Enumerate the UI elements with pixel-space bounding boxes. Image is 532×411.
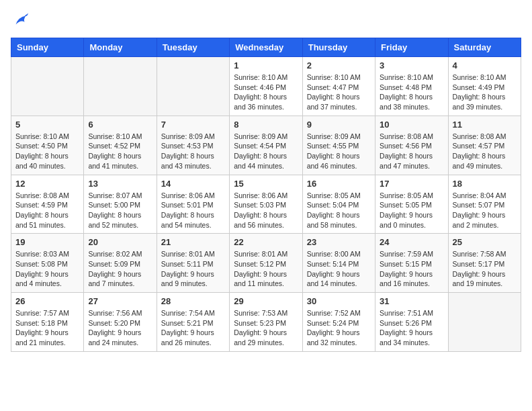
calendar-table: SundayMondayTuesdayWednesdayThursdayFrid… — [11, 38, 521, 352]
calendar-weekday: Thursday — [302, 38, 375, 57]
day-info: Sunrise: 8:10 AM Sunset: 4:52 PM Dayligh… — [88, 132, 152, 171]
day-info: Sunrise: 8:10 AM Sunset: 4:49 PM Dayligh… — [453, 73, 517, 112]
calendar-weekday: Saturday — [448, 38, 521, 57]
calendar-day-cell: 24Sunrise: 7:59 AM Sunset: 5:15 PM Dayli… — [375, 234, 448, 293]
day-info: Sunrise: 8:10 AM Sunset: 4:47 PM Dayligh… — [307, 73, 371, 112]
calendar-day-cell: 2Sunrise: 8:10 AM Sunset: 4:47 PM Daylig… — [302, 57, 375, 116]
calendar-day-cell: 20Sunrise: 8:02 AM Sunset: 5:09 PM Dayli… — [84, 234, 157, 293]
day-number: 4 — [453, 60, 517, 71]
calendar-weekday: Monday — [84, 38, 157, 57]
calendar-day-cell: 27Sunrise: 7:56 AM Sunset: 5:20 PM Dayli… — [84, 293, 157, 352]
day-number: 24 — [380, 237, 443, 247]
day-number: 20 — [88, 237, 152, 247]
calendar-body: 1Sunrise: 8:10 AM Sunset: 4:46 PM Daylig… — [11, 57, 521, 352]
day-info: Sunrise: 8:00 AM Sunset: 5:14 PM Dayligh… — [307, 249, 371, 289]
day-info: Sunrise: 7:59 AM Sunset: 5:15 PM Dayligh… — [380, 249, 443, 289]
calendar-day-cell: 28Sunrise: 7:54 AM Sunset: 5:21 PM Dayli… — [157, 293, 229, 352]
day-info: Sunrise: 7:56 AM Sunset: 5:20 PM Dayligh… — [88, 308, 152, 348]
calendar-day-cell: 9Sunrise: 8:09 AM Sunset: 4:55 PM Daylig… — [302, 116, 375, 175]
day-number: 11 — [453, 120, 517, 130]
day-number: 3 — [380, 60, 443, 71]
logo — [11, 11, 32, 30]
day-number: 29 — [234, 296, 298, 306]
page-header — [11, 11, 521, 30]
day-info: Sunrise: 8:02 AM Sunset: 5:09 PM Dayligh… — [88, 249, 152, 289]
day-info: Sunrise: 8:06 AM Sunset: 5:01 PM Dayligh… — [161, 191, 225, 230]
day-number: 1 — [234, 60, 298, 71]
day-number: 12 — [15, 179, 79, 189]
calendar-day-cell: 19Sunrise: 8:03 AM Sunset: 5:08 PM Dayli… — [11, 234, 84, 293]
day-number: 14 — [161, 179, 225, 189]
calendar-day-cell — [11, 57, 84, 116]
day-info: Sunrise: 8:10 AM Sunset: 4:48 PM Dayligh… — [380, 73, 443, 112]
calendar-day-cell: 22Sunrise: 8:01 AM Sunset: 5:12 PM Dayli… — [230, 234, 302, 293]
day-info: Sunrise: 8:07 AM Sunset: 5:00 PM Dayligh… — [88, 191, 152, 230]
day-info: Sunrise: 8:09 AM Sunset: 4:54 PM Dayligh… — [234, 132, 298, 171]
day-number: 2 — [307, 60, 371, 71]
day-number: 23 — [307, 237, 371, 247]
day-number: 19 — [15, 237, 79, 247]
calendar-day-cell: 31Sunrise: 7:51 AM Sunset: 5:26 PM Dayli… — [375, 293, 448, 352]
day-info: Sunrise: 8:08 AM Sunset: 4:59 PM Dayligh… — [15, 191, 79, 230]
calendar-day-cell: 21Sunrise: 8:01 AM Sunset: 5:11 PM Dayli… — [157, 234, 229, 293]
calendar-day-cell: 17Sunrise: 8:05 AM Sunset: 5:05 PM Dayli… — [375, 175, 448, 234]
day-number: 22 — [234, 237, 298, 247]
day-number: 27 — [88, 296, 152, 306]
day-number: 21 — [161, 237, 225, 247]
calendar-day-cell: 29Sunrise: 7:53 AM Sunset: 5:23 PM Dayli… — [230, 293, 302, 352]
calendar-day-cell: 18Sunrise: 8:04 AM Sunset: 5:07 PM Dayli… — [448, 175, 521, 234]
calendar-day-cell: 4Sunrise: 8:10 AM Sunset: 4:49 PM Daylig… — [448, 57, 521, 116]
day-info: Sunrise: 7:53 AM Sunset: 5:23 PM Dayligh… — [234, 308, 298, 348]
calendar-weekday: Wednesday — [230, 38, 302, 57]
calendar-day-cell: 6Sunrise: 8:10 AM Sunset: 4:52 PM Daylig… — [84, 116, 157, 175]
day-number: 7 — [161, 120, 225, 130]
day-info: Sunrise: 8:10 AM Sunset: 4:50 PM Dayligh… — [15, 132, 79, 171]
day-info: Sunrise: 8:10 AM Sunset: 4:46 PM Dayligh… — [234, 73, 298, 112]
calendar-header-row: SundayMondayTuesdayWednesdayThursdayFrid… — [11, 38, 521, 57]
day-info: Sunrise: 7:57 AM Sunset: 5:18 PM Dayligh… — [15, 308, 79, 348]
calendar-day-cell: 7Sunrise: 8:09 AM Sunset: 4:53 PM Daylig… — [157, 116, 229, 175]
calendar-day-cell: 16Sunrise: 8:05 AM Sunset: 5:04 PM Dayli… — [302, 175, 375, 234]
calendar-day-cell: 25Sunrise: 7:58 AM Sunset: 5:17 PM Dayli… — [448, 234, 521, 293]
day-info: Sunrise: 8:06 AM Sunset: 5:03 PM Dayligh… — [234, 191, 298, 230]
day-info: Sunrise: 8:05 AM Sunset: 5:04 PM Dayligh… — [307, 191, 371, 230]
day-number: 30 — [307, 296, 371, 306]
calendar-day-cell: 1Sunrise: 8:10 AM Sunset: 4:46 PM Daylig… — [230, 57, 302, 116]
calendar-weekday: Friday — [375, 38, 448, 57]
day-info: Sunrise: 8:09 AM Sunset: 4:53 PM Dayligh… — [161, 132, 225, 171]
day-number: 15 — [234, 179, 298, 189]
day-number: 17 — [380, 179, 443, 189]
day-number: 31 — [380, 296, 443, 306]
day-number: 10 — [380, 120, 443, 130]
calendar-day-cell: 8Sunrise: 8:09 AM Sunset: 4:54 PM Daylig… — [230, 116, 302, 175]
day-number: 8 — [234, 120, 298, 130]
calendar-week-row: 12Sunrise: 8:08 AM Sunset: 4:59 PM Dayli… — [11, 175, 521, 234]
day-info: Sunrise: 8:05 AM Sunset: 5:05 PM Dayligh… — [380, 191, 443, 230]
calendar-week-row: 1Sunrise: 8:10 AM Sunset: 4:46 PM Daylig… — [11, 57, 521, 116]
day-info: Sunrise: 7:51 AM Sunset: 5:26 PM Dayligh… — [380, 308, 443, 348]
calendar-day-cell — [448, 293, 521, 352]
calendar-day-cell: 13Sunrise: 8:07 AM Sunset: 5:00 PM Dayli… — [84, 175, 157, 234]
day-number: 16 — [307, 179, 371, 189]
calendar-day-cell: 3Sunrise: 8:10 AM Sunset: 4:48 PM Daylig… — [375, 57, 448, 116]
day-info: Sunrise: 7:54 AM Sunset: 5:21 PM Dayligh… — [161, 308, 225, 348]
logo-icon — [11, 11, 30, 30]
calendar-day-cell: 11Sunrise: 8:08 AM Sunset: 4:57 PM Dayli… — [448, 116, 521, 175]
day-info: Sunrise: 8:04 AM Sunset: 5:07 PM Dayligh… — [453, 191, 517, 230]
calendar-day-cell: 23Sunrise: 8:00 AM Sunset: 5:14 PM Dayli… — [302, 234, 375, 293]
calendar-day-cell — [157, 57, 229, 116]
day-number: 18 — [453, 179, 517, 189]
day-number: 13 — [88, 179, 152, 189]
calendar-week-row: 26Sunrise: 7:57 AM Sunset: 5:18 PM Dayli… — [11, 293, 521, 352]
day-number: 5 — [15, 120, 79, 130]
day-number: 9 — [307, 120, 371, 130]
day-number: 28 — [161, 296, 225, 306]
calendar-day-cell: 5Sunrise: 8:10 AM Sunset: 4:50 PM Daylig… — [11, 116, 84, 175]
day-number: 26 — [15, 296, 79, 306]
day-info: Sunrise: 8:01 AM Sunset: 5:12 PM Dayligh… — [234, 249, 298, 289]
calendar-day-cell: 10Sunrise: 8:08 AM Sunset: 4:56 PM Dayli… — [375, 116, 448, 175]
day-info: Sunrise: 8:08 AM Sunset: 4:57 PM Dayligh… — [453, 132, 517, 171]
calendar-weekday: Sunday — [11, 38, 84, 57]
day-number: 25 — [453, 237, 517, 247]
calendar-week-row: 5Sunrise: 8:10 AM Sunset: 4:50 PM Daylig… — [11, 116, 521, 175]
